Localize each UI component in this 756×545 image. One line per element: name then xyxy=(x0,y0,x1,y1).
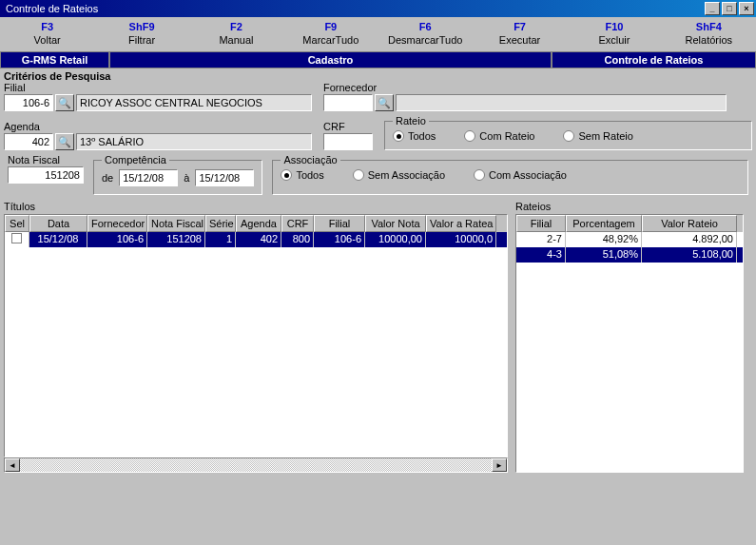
nota-fiscal-input[interactable] xyxy=(8,166,84,184)
toolbar-voltar[interactable]: F3Voltar xyxy=(0,21,94,46)
competencia-de-input[interactable] xyxy=(119,169,178,186)
nota-fiscal-field: Nota Fiscal xyxy=(8,154,84,195)
agenda-search-button[interactable]: 🔍 xyxy=(55,133,74,150)
fornecedor-input[interactable] xyxy=(323,94,373,111)
scroll-right-icon[interactable]: ► xyxy=(492,458,507,472)
rateios-grid[interactable]: Filial Porcentagem Valor Rateio 2-7 48,9… xyxy=(515,214,744,473)
titulos-grid[interactable]: Sel Data Fornecedor Nota Fiscal Série Ag… xyxy=(4,214,508,457)
agenda-field: Agenda 🔍 13º SALÁRIO xyxy=(4,121,312,150)
crf-input[interactable] xyxy=(323,133,373,150)
toolbar-manual[interactable]: F2Manual xyxy=(189,21,283,46)
competencia-a-input[interactable] xyxy=(195,169,254,186)
table-row[interactable]: 2-7 48,92% 4.892,00 xyxy=(516,232,743,247)
close-button[interactable]: × xyxy=(739,2,754,15)
rateio-todos[interactable]: Todos xyxy=(393,130,436,142)
binoculars-icon: 🔍 xyxy=(58,97,71,109)
minimize-button[interactable]: _ xyxy=(705,2,720,15)
rateios-header: Filial Porcentagem Valor Rateio xyxy=(516,215,743,232)
rateio-com[interactable]: Com Rateio xyxy=(464,130,534,142)
filial-desc: RICOY ASSOC CENTRAL NEGOCIOS xyxy=(76,94,312,111)
binoculars-icon: 🔍 xyxy=(378,97,391,109)
toolbar-desmarcartudo[interactable]: F6DesmarcarTudo xyxy=(378,21,473,46)
toolbar-filtrar[interactable]: ShF9Filtrar xyxy=(94,21,188,46)
assoc-sem[interactable]: Sem Associação xyxy=(353,169,445,181)
breadcrumb-bands: G-RMS Retail Cadastro Controle de Rateio… xyxy=(0,51,756,68)
toolbar-excluir[interactable]: F10Excluir xyxy=(567,21,661,46)
agenda-input[interactable] xyxy=(4,133,53,150)
scroll-left-icon[interactable]: ◄ xyxy=(5,458,20,472)
filial-field: Filial 🔍 RICOY ASSOC CENTRAL NEGOCIOS xyxy=(4,82,312,111)
agenda-desc: 13º SALÁRIO xyxy=(76,133,312,150)
associacao-fieldset: Associação Todos Sem Associação Com Asso… xyxy=(272,154,748,195)
band-app: G-RMS Retail xyxy=(0,51,109,68)
fornecedor-desc xyxy=(396,94,727,111)
rateio-sem[interactable]: Sem Rateio xyxy=(563,130,632,142)
titulos-label: Títulos xyxy=(4,201,508,212)
toolbar-marcartudo[interactable]: F9MarcarTudo xyxy=(283,21,378,46)
crf-field: CRF xyxy=(323,121,373,150)
toolbar-executar[interactable]: F7Executar xyxy=(473,21,567,46)
toolbar-relatorios[interactable]: ShF4Relatórios xyxy=(662,21,756,46)
window-title: Controle de Rateios xyxy=(2,3,703,14)
binoculars-icon: 🔍 xyxy=(58,136,71,148)
filial-input[interactable] xyxy=(4,94,53,111)
assoc-com[interactable]: Com Associação xyxy=(474,169,567,181)
band-screen: Controle de Rateios xyxy=(552,51,756,68)
band-module: Cadastro xyxy=(109,51,552,68)
table-row[interactable]: 15/12/08 106-6 151208 1 402 800 106-6 10… xyxy=(5,232,507,247)
titlebar: Controle de Rateios _ □ × xyxy=(0,0,756,17)
row-checkbox[interactable] xyxy=(11,233,22,243)
assoc-todos[interactable]: Todos xyxy=(281,169,323,181)
filial-search-button[interactable]: 🔍 xyxy=(55,94,74,111)
titulos-hscroll[interactable]: ◄ ► xyxy=(4,457,508,473)
fornecedor-field: Fornecedor 🔍 xyxy=(323,82,727,111)
titulos-header: Sel Data Fornecedor Nota Fiscal Série Ag… xyxy=(5,215,507,232)
toolbar: F3Voltar ShF9Filtrar F2Manual F9MarcarTu… xyxy=(0,17,756,51)
competencia-fieldset: Competência de à xyxy=(93,154,262,195)
table-row[interactable]: 4-3 51,08% 5.108,00 xyxy=(516,247,743,263)
fornecedor-search-button[interactable]: 🔍 xyxy=(375,94,394,111)
rateio-fieldset: Rateio Todos Com Rateio Sem Rateio xyxy=(384,115,752,150)
rateios-label: Rateios xyxy=(515,201,744,212)
maximize-button[interactable]: □ xyxy=(722,2,737,15)
criteria-title: Critérios de Pesquisa xyxy=(4,70,752,82)
